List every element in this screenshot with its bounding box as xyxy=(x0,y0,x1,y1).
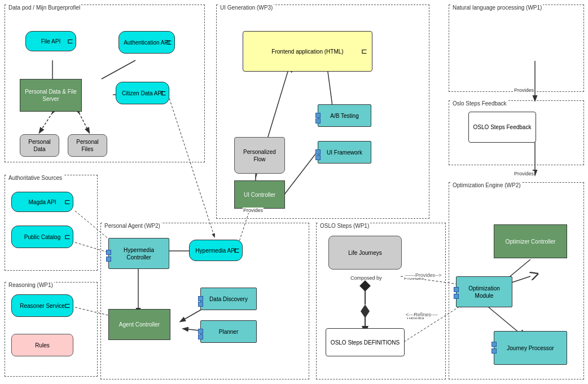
authoritative-container: Authoritative Sources xyxy=(5,175,98,271)
optimizer-controller-label: Optimizer Controller xyxy=(506,238,556,245)
agent-controller-label: Agent Controller xyxy=(119,321,160,328)
ui-framework-box: UI Framework xyxy=(318,141,371,164)
reasoning-label: Reasoning (WP1) xyxy=(7,282,54,288)
provides-dashed-label: ------Provides--> xyxy=(405,272,442,278)
magda-api-label: Magda API xyxy=(29,198,56,206)
personalized-flow-box: Personalized Flow xyxy=(234,137,285,174)
optimizer-controller-box: Optimizer Controller xyxy=(494,224,567,258)
oslo-steps-def-label: OSLO Steps DEFINITIONS xyxy=(331,339,400,346)
provides-label-ha xyxy=(205,217,205,218)
frontend-app-box: Frontend application (HTML) ⊏ xyxy=(243,31,372,72)
optimization-engine-label: Optimization Engine (WP2) xyxy=(451,182,522,188)
agent-controller-box: Agent Controller xyxy=(108,309,170,340)
hypermedia-api-box: Hypermedia API ⊏ xyxy=(189,240,243,261)
optimization-module-box: Optimization Module xyxy=(456,276,512,307)
data-discovery-box: Data Discovery xyxy=(200,288,257,310)
data-discovery-label: Data Discovery xyxy=(209,295,248,303)
composed-by-label: Composed by xyxy=(350,275,383,281)
ui-controller-box: UI Controller xyxy=(234,180,285,209)
oslo-steps-def-box: OSLO Steps DEFINITIONS xyxy=(326,328,405,356)
personal-data-server-box: Personal Data & File Server xyxy=(20,79,82,112)
magda-api-box: Magda API ⊏ xyxy=(11,192,73,212)
citizen-data-api-label: Citizen Data API xyxy=(122,90,163,97)
ui-controller-label: UI Controller xyxy=(244,191,275,198)
oslo-steps-feedback-box: OSLO Steps Feedback xyxy=(468,112,536,143)
reasoner-service-box: Reasoner Service ⊏ xyxy=(11,294,73,317)
planner-box: Planner xyxy=(200,320,257,343)
life-journeys-box: Life Journeys xyxy=(328,236,402,270)
personal-data-server-label: Personal Data & File Server xyxy=(23,88,79,103)
oslo-feedback-label: Oslo Steps Feedback xyxy=(451,100,508,107)
nlp-label: Natural language processing (WP1) xyxy=(451,5,543,11)
personal-data-box: Personal Data xyxy=(20,134,59,157)
ui-generation-label: UI Generation (WP3) xyxy=(219,5,274,11)
reasoner-service-label: Reasoner Service xyxy=(20,302,64,310)
provides-label-1: Provides xyxy=(243,208,264,213)
file-api-label: File API xyxy=(41,38,60,45)
life-journeys-label: Life Journeys xyxy=(348,249,381,257)
ab-testing-label: A/B Testing xyxy=(330,112,358,120)
auth-api-label: Authentication API xyxy=(124,39,170,46)
rules-label: Rules xyxy=(35,342,50,349)
journey-processor-box: Journey Processor xyxy=(494,331,567,365)
public-catalog-label: Public Catalog xyxy=(24,233,60,241)
hypermedia-api-label: Hypermedia API xyxy=(195,247,236,254)
refines-dashed-label: <---Refines---- xyxy=(405,312,438,317)
file-api-box: File API ⊏ xyxy=(25,31,76,51)
journey-processor-label: Journey Processor xyxy=(507,345,554,352)
personal-agent-label: Personal Agent (WP2) xyxy=(103,223,161,229)
authoritative-label: Authoritative Sources xyxy=(7,175,63,181)
rules-box: Rules xyxy=(11,334,73,356)
data-pod-label: Data pod / Mijn Burgerprofiel xyxy=(7,5,81,11)
oslo-steps-feedback-label: OSLO Steps Feedback xyxy=(473,123,532,131)
public-catalog-box: Public Catalog ⊏ xyxy=(11,226,73,248)
frontend-app-label: Frontend application (HTML) xyxy=(271,48,343,55)
ui-framework-label: UI Framework xyxy=(327,149,362,156)
provides-label-nlp: Provides xyxy=(514,87,534,93)
ab-testing-box: A/B Testing xyxy=(318,104,371,127)
hypermedia-controller-label: Hypermedia Controller xyxy=(111,246,166,261)
personal-data-label: Personal Data xyxy=(23,138,56,153)
citizen-data-api-box: Citizen Data API ⊏ xyxy=(116,82,169,104)
optimization-module-label: Optimization Module xyxy=(459,285,510,299)
auth-api-box: Authentication API ⊏ xyxy=(119,31,175,54)
personal-files-label: Personal Files xyxy=(71,138,104,153)
diagram: Data pod / Mijn Burgerprofiel Authoritat… xyxy=(0,0,588,384)
planner-label: Planner xyxy=(219,328,238,336)
oslo-steps-label: OSLO Steps (WP1) xyxy=(319,223,370,229)
hypermedia-controller-box: Hypermedia Controller xyxy=(108,238,169,269)
personalized-flow-label: Personalized Flow xyxy=(237,148,282,163)
nlp-container: Natural language processing (WP1) xyxy=(449,5,584,92)
personal-files-box: Personal Files xyxy=(68,134,107,157)
provides-label-fb: Provides xyxy=(514,171,534,176)
